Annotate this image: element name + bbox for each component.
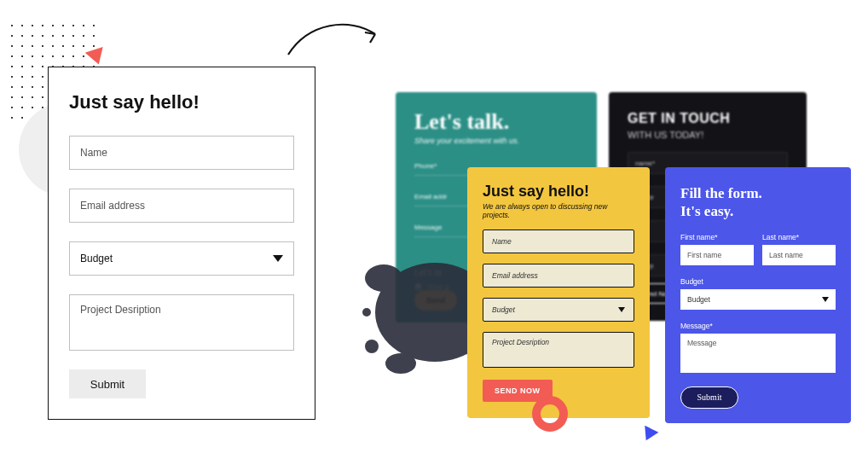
chevron-down-icon bbox=[618, 307, 625, 312]
description-textarea[interactable]: Project Desription bbox=[69, 294, 294, 351]
arrow-icon bbox=[283, 14, 385, 65]
description-textarea[interactable]: Project Desription bbox=[483, 332, 634, 368]
firstname-input[interactable]: First name bbox=[680, 245, 754, 265]
budget-select-label: Budget bbox=[80, 253, 113, 264]
radio-icon bbox=[414, 283, 422, 291]
contact-form-yellow: Just say hello! We are always open to di… bbox=[467, 167, 650, 418]
svg-point-3 bbox=[385, 353, 416, 374]
email-input[interactable]: Email address bbox=[483, 264, 634, 288]
form-title: Let's talk. bbox=[414, 109, 578, 135]
svg-point-6 bbox=[362, 308, 371, 317]
svg-point-4 bbox=[365, 340, 379, 353]
triangle-icon bbox=[639, 426, 659, 444]
name-input[interactable]: Name bbox=[69, 136, 294, 170]
send-button[interactable]: Send bbox=[414, 290, 457, 311]
firstname-label: First name* bbox=[680, 233, 754, 241]
budget-label: Budget bbox=[680, 277, 836, 286]
form-subtitle: WITH US TODAY! bbox=[628, 130, 788, 140]
chevron-down-icon bbox=[822, 297, 829, 302]
decorative-ring bbox=[532, 396, 568, 432]
submit-button[interactable]: Submit bbox=[680, 386, 738, 409]
form-title: Fill the form. It's easy. bbox=[680, 184, 836, 221]
budget-select[interactable]: Budget bbox=[680, 289, 836, 310]
lastname-input[interactable]: Last name bbox=[762, 245, 836, 265]
message-label: Message* bbox=[680, 322, 836, 330]
form-title-line1: Fill the form. bbox=[680, 185, 762, 201]
budget-select[interactable]: Budget bbox=[69, 241, 294, 276]
submit-button[interactable]: Submit bbox=[69, 369, 146, 398]
form-title: Just say hello! bbox=[69, 91, 294, 113]
contact-form-white: Just say hello! Name Email address Budge… bbox=[48, 67, 315, 420]
form-title-line2: It's easy. bbox=[680, 203, 733, 219]
form-title: Just say hello! bbox=[483, 183, 634, 200]
message-textarea[interactable]: Message bbox=[680, 334, 836, 373]
name-input[interactable]: Name bbox=[483, 230, 634, 253]
budget-select[interactable]: Budget bbox=[483, 298, 634, 322]
chevron-down-icon bbox=[273, 255, 283, 262]
form-subtitle: We are always open to discussing new pro… bbox=[483, 202, 634, 219]
budget-select-label: Budget bbox=[492, 305, 515, 314]
lastname-label: Last name* bbox=[762, 233, 836, 241]
email-input[interactable]: Email address bbox=[69, 189, 294, 223]
budget-select-label: Budget bbox=[687, 295, 710, 304]
form-subtitle: Share your excitement with us. bbox=[414, 137, 578, 145]
form-title: GET IN TOUCH bbox=[628, 111, 788, 126]
contact-form-blue: Fill the form. It's easy. First name* Fi… bbox=[665, 167, 851, 423]
